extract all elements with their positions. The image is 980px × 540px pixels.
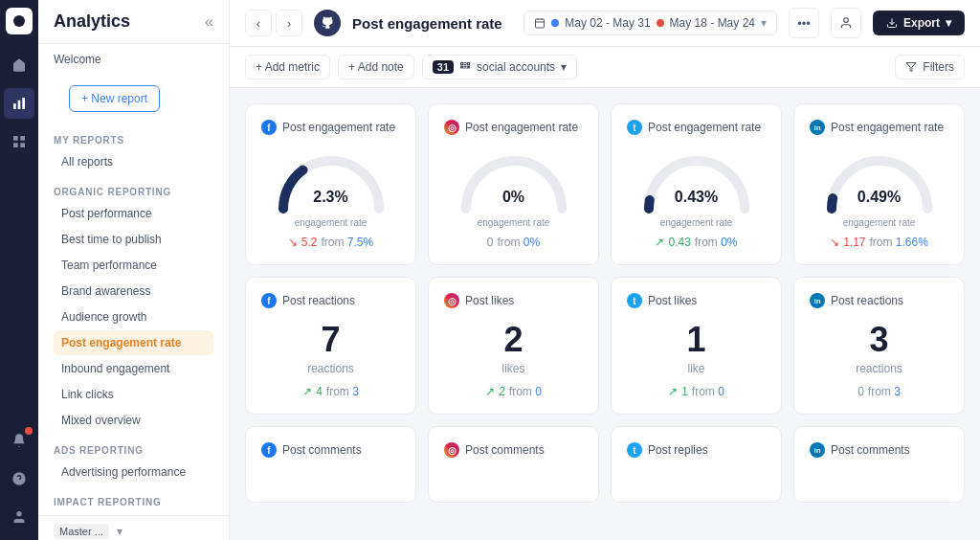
impact-reporting-label: IMPACT REPORTING — [54, 497, 213, 507]
li-comments-icon: in — [810, 442, 825, 458]
forward-button[interactable]: › — [276, 10, 302, 36]
ig-comments-icon: ◎ — [444, 442, 459, 458]
sidebar-item-brand-awareness[interactable]: Brand awareness — [54, 279, 213, 304]
li-gauge: 0.49% — [822, 146, 937, 214]
sidebar-item-best-time[interactable]: Best time to publish — [54, 227, 213, 252]
add-metric-button[interactable]: + Add metric — [245, 55, 330, 79]
tw-likes-value: 1 — [686, 320, 705, 360]
sidebar-footer: Master ... ▾ — [38, 515, 229, 540]
card-tw-likes-title: Post likes — [648, 294, 697, 307]
ads-reporting-label: ADS REPORTING — [54, 445, 213, 456]
icon-bar — [0, 0, 38, 540]
ig-change-from: from 0% — [498, 236, 541, 249]
ig-change: 0 from 0% — [487, 236, 540, 249]
ig-gauge: 0% — [457, 146, 571, 214]
date-range-2-label: May 18 - May 24 — [670, 16, 755, 30]
li-change-from: from 1.66% — [869, 236, 927, 249]
nav-home[interactable] — [4, 50, 34, 80]
sidebar-item-audience-growth[interactable]: Audience growth — [54, 304, 213, 329]
card-tw-engagement-rate: t Post engagement rate 0.43% engagement … — [611, 103, 782, 265]
nav-help[interactable] — [4, 463, 34, 494]
sidebar-item-link-clicks[interactable]: Link clicks — [54, 382, 213, 407]
new-report-button[interactable]: + New report — [69, 85, 160, 112]
tw-gauge-label: engagement rate — [660, 217, 733, 228]
li-reactions-value: 3 — [869, 320, 888, 360]
tw-change-from: from 0% — [695, 236, 738, 249]
comments-row: f Post comments ◎ Post comments t Post r… — [245, 426, 965, 503]
sidebar-item-all-reports[interactable]: All reports — [54, 149, 213, 174]
my-reports-label: MY REPORTS — [54, 135, 213, 146]
svg-rect-19 — [468, 63, 470, 65]
tw-gauge-value: 0.43% — [639, 189, 754, 206]
tw-likes-icon: t — [627, 293, 642, 308]
date-dot-1 — [551, 19, 559, 27]
card-li-comments-header: in Post comments — [810, 442, 948, 458]
organic-reporting-section: ORGANIC REPORTING Post performance Best … — [38, 179, 229, 438]
svg-rect-20 — [461, 66, 463, 68]
card-fb-comments-header: f Post comments — [261, 442, 400, 458]
card-ig-title: Post engagement rate — [465, 121, 578, 134]
card-tw-replies: t Post replies — [611, 426, 782, 503]
date-dot-2 — [657, 19, 664, 27]
li-reactions-unit: reactions — [856, 362, 902, 375]
tw-change: ↗ 0.43 from 0% — [655, 236, 737, 249]
sidebar-collapse-btn[interactable]: « — [205, 13, 213, 31]
li-reactions-change-val: 0 — [858, 385, 864, 398]
tw-icon: t — [627, 120, 642, 135]
svg-rect-6 — [13, 143, 18, 147]
card-fb-comments-title: Post comments — [282, 443, 362, 457]
card-fb-comments: f Post comments — [245, 426, 416, 503]
sidebar-item-post-engagement-rate[interactable]: Post engagement rate — [54, 330, 213, 355]
li-reactions-icon: in — [810, 293, 825, 308]
sidebar-item-post-performance[interactable]: Post performance — [54, 201, 213, 226]
card-ig-likes-header: ◎ Post likes — [444, 293, 583, 308]
fb-gauge-value: 2.3% — [274, 189, 389, 206]
fb-change-val: 5.2 — [301, 236, 318, 249]
ig-gauge-value: 0% — [457, 189, 571, 206]
card-li-engagement-rate: in Post engagement rate 0.49% engagement… — [793, 103, 965, 265]
date-range-1-button[interactable]: May 02 - May 31 May 18 - May 24 ▾ — [523, 11, 777, 35]
card-fb-reactions-title: Post reactions — [282, 294, 355, 307]
card-li-reactions-header: in Post reactions — [810, 293, 948, 308]
sidebar-item-inbound-engagement[interactable]: Inbound engagement — [54, 356, 213, 381]
topbar-nav: ‹ › — [245, 10, 302, 36]
date-chevron-icon: ▾ — [761, 16, 767, 30]
card-fb-reactions-header: f Post reactions — [261, 293, 400, 308]
card-ig-comments-title: Post comments — [465, 443, 545, 457]
master-tag[interactable]: Master ... — [54, 524, 109, 539]
sidebar-item-mixed-overview[interactable]: Mixed overview — [54, 408, 213, 433]
filters-button[interactable]: Filters — [895, 55, 965, 79]
tw-likes-change-val: 1 — [681, 385, 688, 398]
footer-chevron: ▾ — [117, 525, 122, 538]
back-button[interactable]: ‹ — [245, 10, 272, 36]
fb-reactions-arrow: ↗ — [302, 385, 312, 398]
fb-reactions-icon: f — [261, 293, 277, 308]
export-button[interactable]: Export ▾ — [873, 11, 965, 35]
nav-grid[interactable] — [4, 126, 34, 157]
tw-likes-arrow: ↗ — [668, 385, 678, 398]
app-logo — [6, 8, 33, 34]
card-li-title: Post engagement rate — [831, 121, 944, 134]
fb-reactions-change-val: 4 — [316, 385, 323, 398]
card-fb-engagement-rate: f Post engagement rate 2.3% engagement r… — [245, 103, 416, 265]
sidebar-item-team-performance[interactable]: Team performance — [54, 253, 213, 278]
user-button[interactable] — [831, 8, 861, 38]
svg-rect-5 — [20, 136, 25, 141]
card-tw-replies-header: t Post replies — [627, 442, 766, 458]
ig-change-val: 0 — [487, 236, 494, 249]
more-options-button[interactable]: ••• — [789, 8, 819, 38]
nav-analytics[interactable] — [4, 88, 34, 119]
nav-notifications[interactable] — [4, 425, 34, 456]
sidebar-item-advertising-performance[interactable]: Advertising performance — [54, 460, 213, 484]
svg-rect-17 — [461, 63, 463, 65]
my-reports-section: MY REPORTS All reports — [38, 127, 229, 179]
fb-change-from: from 7.5% — [321, 236, 373, 249]
social-accounts-button[interactable]: 31 social accounts ▾ — [422, 55, 577, 79]
add-note-button[interactable]: + Add note — [338, 55, 414, 79]
li-change-val: 1.17 — [843, 236, 865, 249]
nav-profile[interactable] — [4, 502, 34, 532]
li-change-arrow: ↘ — [830, 236, 839, 249]
card-li-comments-title: Post comments — [831, 443, 910, 457]
card-ig-comments: ◎ Post comments — [428, 426, 599, 503]
card-tw-likes: t Post likes 1 like ↗ 1 from 0 — [611, 277, 782, 415]
